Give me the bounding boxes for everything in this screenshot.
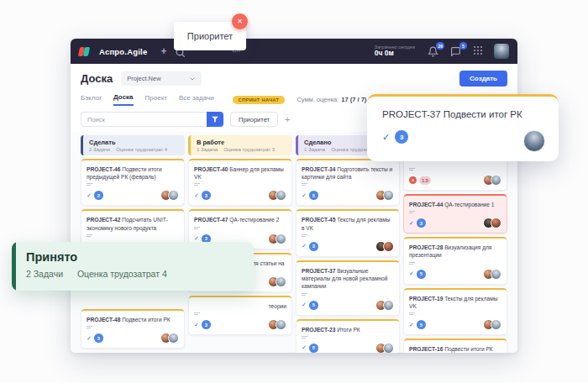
checkmark-icon: ✓ (302, 243, 307, 249)
page-title: Доска (81, 72, 113, 85)
messages-button[interactable]: 5 (450, 45, 462, 57)
avatar (491, 175, 501, 186)
column-header[interactable]: В работе 1 ЗадачаОценка трудозатрат 3 (188, 135, 292, 155)
task-title: PROJECT-40 Баннер для рекламы VK (194, 165, 286, 181)
avatar (383, 343, 394, 353)
sprint-status-badge: СПРИНТ НАЧАТ (233, 96, 286, 104)
story-points-badge: 3 (309, 242, 318, 251)
story-points-badge: 5 (309, 301, 318, 310)
add-filter-button[interactable]: + (285, 115, 290, 124)
task-card[interactable]: PROJECT-45 Тексты для рекламы в VK✓3 (296, 209, 400, 256)
assignee-avatars (375, 343, 394, 353)
tab-board[interactable]: Доска (113, 93, 133, 106)
avatar (276, 319, 286, 330)
task-card[interactable]: PROJECT-16 Подвести итоги РК✓5 (403, 338, 507, 353)
task-title: PROJECT-45 Тексты для рекламы в VK (302, 216, 394, 231)
avatar (168, 333, 179, 344)
story-points-badge: 5 (417, 270, 426, 279)
description-icon (87, 326, 179, 328)
assignee-avatars (483, 319, 501, 330)
description-icon (302, 234, 394, 237)
filter-button[interactable] (207, 112, 223, 127)
task-title: PROJECT-28 Визуализация для презентации (409, 244, 501, 259)
description-icon (409, 211, 501, 213)
avatar (276, 233, 286, 244)
close-icon[interactable]: ✕ (232, 13, 248, 29)
avatar (383, 190, 394, 201)
search-input[interactable] (81, 112, 207, 127)
checkmark-icon: ✓ (409, 220, 414, 227)
assignee-avatars (268, 319, 286, 330)
apps-grid-icon[interactable] (473, 44, 483, 59)
story-points-badge: 3 (94, 333, 103, 343)
priority-filter-chip[interactable]: Приоритет (230, 112, 278, 127)
checkmark-icon: ✓ (409, 270, 414, 277)
checkmark-icon: ✓ (87, 335, 92, 342)
task-card[interactable]: PROJECT-40 Баннер для рекламы VK✓3 (188, 159, 292, 206)
user-avatar[interactable] (494, 44, 509, 59)
notifications-count: 26 (436, 42, 444, 50)
task-title: PROJECT-42 Подсчитать UNIT-экономику нов… (87, 216, 179, 231)
app-name: Аспро.Agile (99, 47, 147, 56)
task-title: PROJECT-47 QA-тестирование 2 (194, 216, 286, 223)
column-header[interactable]: Сделать 2 ЗадачиОценка трудозатрат 4 (81, 135, 185, 155)
tab-all-tasks[interactable]: Все задачи (179, 94, 214, 105)
checkmark-icon: ✓ (302, 302, 307, 308)
create-button[interactable]: Создать (459, 71, 507, 87)
task-card[interactable]: PROJECT-37 Визуальные материалы для ново… (296, 260, 400, 316)
task-card[interactable]: теории✓3 (188, 296, 292, 335)
status-title: Принято (26, 250, 254, 264)
checkmark-icon: ✓ (194, 235, 199, 242)
assignee-avatars (268, 276, 286, 287)
column-tasks-count: 1 Задача (197, 147, 218, 152)
description-icon (87, 234, 179, 237)
assignee-avatar (523, 130, 545, 152)
task-title: PROJECT-48 Подвести итоги РК (87, 316, 179, 323)
avatar (491, 218, 501, 228)
column-estimate: Оценка трудозатрат 4 (116, 147, 167, 152)
tab-project[interactable]: Проект (145, 94, 167, 105)
add-icon[interactable]: + (160, 45, 166, 57)
status-estimate: Оценка трудозатрат 4 (77, 269, 167, 279)
board-select[interactable]: Project.New (121, 71, 202, 86)
priority-flame-icon (409, 176, 417, 184)
story-points-badge: 3 (395, 130, 408, 144)
task-title: PROJECT-44 QA-тестирование 1 (409, 201, 501, 208)
assignee-avatars (268, 190, 286, 201)
time-tracker[interactable]: Затрачено сегодня 0ч 0м (375, 45, 415, 57)
task-card[interactable]: PROJECT-44 QA-тестирование 1✓3 (403, 194, 507, 233)
accepted-status-card[interactable]: Принято 2 Задачи Оценка трудозатрат 4 (12, 242, 254, 291)
story-points-badge: 5 (309, 191, 318, 200)
task-card[interactable]: PROJECT-48 Подвести итоги РК✓3 (81, 309, 185, 349)
board-column-done: Сделано 1 ЗадачаОценка трудозатрат PROJE… (296, 135, 400, 353)
notifications-button[interactable]: 26 (428, 45, 439, 57)
story-points-badge: 3 (202, 320, 211, 329)
task-title: PROJECT-37 Визуальные материалы для ново… (302, 267, 394, 291)
checkmark-icon: ✓ (194, 322, 199, 328)
assignee-avatars (483, 269, 501, 280)
task-title: PROJECT-16 Подвести итоги РК (409, 345, 501, 353)
board-column-accepted: 1.5PROJECT-44 QA-тестирование 1✓3PROJECT… (403, 135, 507, 353)
task-title: PROJECT-46 Подвести итоги предыдущей РК … (87, 165, 179, 181)
description-icon (302, 293, 394, 296)
app-logo-icon (79, 46, 91, 57)
column-tasks-count: 1 Задача (304, 147, 325, 152)
avatar (276, 190, 286, 201)
story-points-badge: 3 (202, 191, 211, 200)
task-card[interactable]: PROJECT-34 Подготовить тексты и картинки… (296, 159, 400, 206)
app-window: Аспро.Agile + Сп Затрачено сегодня 0ч 0м… (71, 39, 517, 353)
assignee-avatars (375, 190, 394, 201)
description-icon (302, 336, 394, 338)
column-estimate: Оценка трудозатрат 3 (223, 147, 275, 152)
task-card[interactable]: PROJECT-19 Тексты для рекламы VK✓5 (403, 288, 507, 335)
task-card[interactable]: PROJECT-46 Подвести итоги предыдущей РК … (81, 159, 185, 206)
task-card[interactable]: PROJECT-28 Визуализация для презентации✓… (403, 237, 507, 284)
tab-backlog[interactable]: Бэклог (81, 94, 102, 105)
messages-count: 5 (459, 42, 467, 50)
task-card[interactable]: PROJECT-23 Итоги РК✓5 (296, 319, 400, 353)
topbar: Аспро.Agile + Сп Затрачено сегодня 0ч 0м… (71, 39, 517, 64)
task-popup-card[interactable]: PROJECT-37 Подвести итог РК ✓ 3 (367, 94, 559, 161)
task-title: PROJECT-23 Итоги РК (302, 326, 394, 333)
assignee-avatars (268, 233, 286, 244)
description-icon (194, 312, 286, 315)
